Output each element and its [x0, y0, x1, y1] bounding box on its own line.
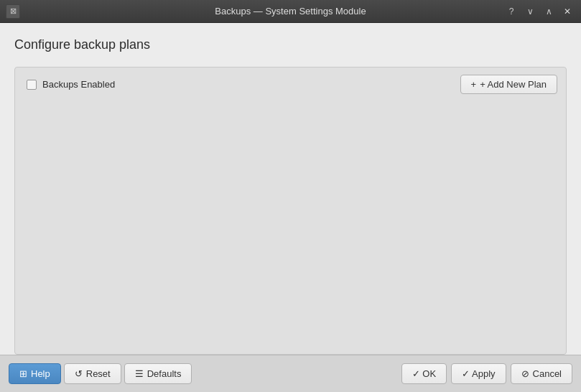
- defaults-button[interactable]: ☰ Defaults: [124, 363, 192, 384]
- title-bar-left: ⊠: [6, 4, 20, 19]
- backups-enabled-label[interactable]: Backups Enabled: [27, 79, 115, 90]
- defaults-label: Defaults: [147, 368, 182, 379]
- cancel-button[interactable]: ⊘ Cancel: [511, 363, 572, 384]
- add-plan-label: + Add New Plan: [480, 79, 547, 90]
- cancel-label: Cancel: [533, 368, 562, 379]
- minimize-button[interactable]: ∨: [522, 4, 538, 19]
- close-button[interactable]: ✕: [559, 4, 575, 19]
- title-bar: ⊠ Backups — System Settings Module ? ∨ ∧…: [0, 0, 581, 23]
- help-label: Help: [31, 368, 50, 379]
- backups-enabled-checkbox[interactable]: [27, 80, 37, 90]
- reset-button[interactable]: ↺ Reset: [64, 363, 121, 384]
- app-icon: ⊠: [6, 4, 20, 19]
- content-area: Backups Enabled + + Add New Plan: [14, 67, 567, 355]
- bottom-bar: ⊞ Help ↺ Reset ☰ Defaults ✓ OK ✓ Apply ⊘…: [0, 355, 581, 392]
- maximize-button[interactable]: ∧: [541, 4, 557, 19]
- ok-button[interactable]: ✓ OK: [401, 363, 447, 384]
- help-icon: ⊞: [19, 368, 27, 379]
- ok-label: ✓ OK: [412, 368, 436, 379]
- defaults-icon: ☰: [135, 368, 144, 379]
- backups-enabled-text: Backups Enabled: [42, 79, 115, 90]
- cancel-icon: ⊘: [521, 368, 529, 379]
- apply-label: ✓ Apply: [462, 368, 495, 379]
- help-button[interactable]: ⊞ Help: [9, 363, 61, 384]
- reset-label: Reset: [86, 368, 111, 379]
- help-button[interactable]: ?: [503, 4, 519, 19]
- add-plan-icon: +: [471, 79, 477, 90]
- bottom-right-buttons: ✓ OK ✓ Apply ⊘ Cancel: [401, 363, 572, 384]
- window-controls: ? ∨ ∧ ✕: [503, 4, 575, 19]
- page-title: Configure backup plans: [14, 37, 567, 52]
- reset-icon: ↺: [75, 368, 83, 379]
- apply-button[interactable]: ✓ Apply: [451, 363, 506, 384]
- window-title: Backups — System Settings Module: [215, 6, 366, 17]
- bottom-left-buttons: ⊞ Help ↺ Reset ☰ Defaults: [9, 363, 192, 384]
- add-new-plan-button[interactable]: + + Add New Plan: [460, 75, 557, 94]
- main-content: Configure backup plans Backups Enabled +…: [0, 23, 581, 355]
